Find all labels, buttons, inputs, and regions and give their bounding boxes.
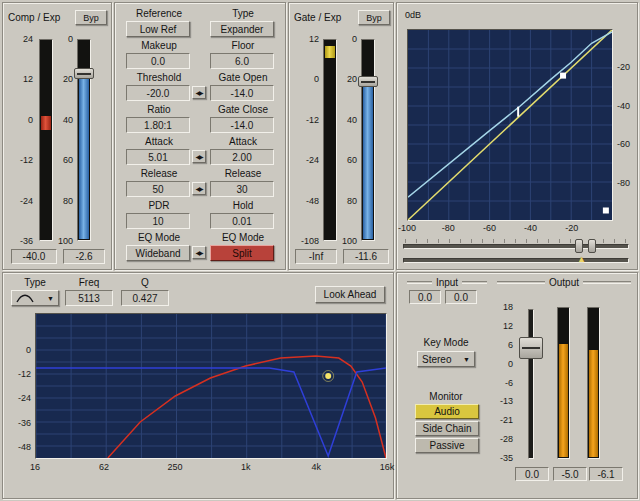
axis-tick-label: -48 bbox=[5, 442, 31, 451]
scale-label: 0 bbox=[352, 35, 357, 44]
hold-value[interactable]: 0.01 bbox=[210, 213, 274, 229]
gate-readout-right[interactable]: -11.6 bbox=[343, 249, 389, 264]
threshold-link-button[interactable]: ◀▶ bbox=[192, 86, 206, 99]
marker-slider[interactable]: ▲ bbox=[403, 257, 629, 266]
axis-tick-label: 16k bbox=[380, 463, 395, 472]
output-meter-readout-right[interactable]: -6.1 bbox=[589, 467, 623, 481]
scale-label: -12 bbox=[20, 156, 33, 165]
gate-panel-title: Gate / Exp bbox=[294, 12, 341, 23]
eq-mode-wideband-button[interactable]: Wideband bbox=[126, 245, 190, 261]
scale-label: -13 bbox=[500, 397, 513, 406]
axis-tick-label: -80 bbox=[442, 224, 455, 233]
gate-open-value[interactable]: -14.0 bbox=[210, 85, 274, 101]
comp-readout-left[interactable]: -40.0 bbox=[11, 249, 57, 264]
eq-mode-link-button[interactable]: ◀▶ bbox=[192, 246, 206, 259]
freq-value[interactable]: 5113 bbox=[65, 290, 113, 306]
output-fader-track[interactable] bbox=[528, 309, 534, 459]
key-mode-value: Stereo bbox=[422, 354, 451, 365]
scale-label: 20 bbox=[63, 75, 73, 84]
scale-label: -24 bbox=[306, 156, 319, 165]
scale-label: 100 bbox=[58, 237, 73, 246]
comp-attack-label: Attack bbox=[117, 136, 201, 147]
axis-tick-label: -40 bbox=[524, 224, 537, 233]
type-label: Type bbox=[201, 8, 285, 19]
scale-label: -35 bbox=[500, 454, 513, 463]
pdr-value[interactable]: 10 bbox=[126, 213, 190, 229]
output-fader-handle[interactable] bbox=[519, 337, 543, 359]
look-ahead-button[interactable]: Look Ahead bbox=[315, 286, 385, 303]
scale-label: 20 bbox=[347, 75, 357, 84]
makeup-label: Makeup bbox=[117, 40, 201, 51]
axis-tick-label: 1k bbox=[241, 463, 251, 472]
filter-type-dropdown[interactable]: ▼ bbox=[11, 290, 59, 306]
gate-attack-value[interactable]: 2.00 bbox=[210, 149, 274, 165]
output-meter-left bbox=[557, 307, 570, 459]
threshold-label: Threshold bbox=[117, 72, 201, 83]
scale-label: 18 bbox=[503, 303, 513, 312]
gate-threshold-fader[interactable] bbox=[361, 39, 375, 241]
axis-tick-label: -40 bbox=[617, 101, 635, 110]
q-value[interactable]: 0.427 bbox=[121, 290, 169, 306]
scale-label: 24 bbox=[23, 35, 33, 44]
scale-label: 80 bbox=[63, 197, 73, 206]
scale-label: 60 bbox=[347, 156, 357, 165]
output-legend-text: Output bbox=[549, 277, 579, 288]
range-slider[interactable] bbox=[403, 239, 629, 253]
expander-button[interactable]: Expander bbox=[210, 21, 274, 37]
axis-tick-label: -80 bbox=[617, 178, 635, 187]
transfer-x-axis: -100-80-60-40-20 bbox=[407, 223, 613, 233]
eq-mode-split-button[interactable]: Split bbox=[210, 245, 274, 261]
output-meter-readout-left[interactable]: -5.0 bbox=[553, 467, 587, 481]
threshold-value[interactable]: -20.0 bbox=[126, 85, 190, 101]
makeup-value[interactable]: 0.0 bbox=[126, 53, 190, 69]
comp-readout-right[interactable]: -2.6 bbox=[63, 249, 105, 264]
attack-link-button[interactable]: ◀▶ bbox=[192, 150, 206, 163]
eq-graph[interactable] bbox=[35, 313, 387, 459]
comp-fader-handle[interactable] bbox=[74, 68, 94, 79]
scale-label: -12 bbox=[306, 116, 319, 125]
gate-fader-handle[interactable] bbox=[358, 76, 378, 87]
input-value-right[interactable]: 0.0 bbox=[445, 290, 477, 304]
scale-label: 60 bbox=[63, 156, 73, 165]
axis-tick-label: 0 bbox=[5, 345, 31, 354]
key-mode-label: Key Mode bbox=[403, 337, 489, 348]
monitor-side-chain-button[interactable]: Side Chain bbox=[415, 421, 479, 436]
marker-slider-track[interactable] bbox=[403, 258, 629, 263]
gate-close-value[interactable]: -14.0 bbox=[210, 117, 274, 133]
c1-dynamics-plugin-window: Comp / Exp Byp 24120-12-24-36 0204060801… bbox=[0, 0, 640, 501]
range-handle-right[interactable] bbox=[588, 239, 596, 253]
release-link-button[interactable]: ◀▶ bbox=[192, 182, 206, 195]
comp-bypass-button[interactable]: Byp bbox=[75, 10, 107, 25]
input-value-left[interactable]: 0.0 bbox=[409, 290, 441, 304]
output-gain-readout[interactable]: 0.0 bbox=[515, 467, 549, 481]
eq-plot[interactable] bbox=[36, 314, 386, 458]
axis-tick-label: -60 bbox=[617, 140, 635, 149]
input-group-legend: Input bbox=[407, 277, 487, 288]
monitor-passive-button[interactable]: Passive bbox=[415, 438, 479, 453]
comp-panel-title: Comp / Exp bbox=[8, 12, 60, 23]
low-ref-button[interactable]: Low Ref bbox=[126, 21, 190, 37]
comp-release-value[interactable]: 50 bbox=[126, 181, 190, 197]
scale-label: 12 bbox=[309, 35, 319, 44]
floor-value[interactable]: 6.0 bbox=[210, 53, 274, 69]
key-mode-dropdown[interactable]: Stereo ▼ bbox=[417, 351, 475, 367]
gate-release-value[interactable]: 30 bbox=[210, 181, 274, 197]
monitor-audio-button[interactable]: Audio bbox=[415, 404, 479, 419]
comp-db-scale: 24120-12-24-36 bbox=[7, 35, 33, 246]
gate-bypass-button[interactable]: Byp bbox=[358, 10, 390, 25]
scale-label: 80 bbox=[347, 197, 357, 206]
ratio-value[interactable]: 1.80:1 bbox=[126, 117, 190, 133]
sidechain-eq-panel: Type ▼ Freq 5113 Q 0.427 Look Ahead 0-12… bbox=[2, 272, 394, 499]
range-handle-left[interactable] bbox=[575, 239, 583, 253]
scale-label: 0 bbox=[68, 35, 73, 44]
axis-tick-label: -24 bbox=[5, 394, 31, 403]
comp-attack-value[interactable]: 5.01 bbox=[126, 149, 190, 165]
gate-release-label: Release bbox=[201, 168, 285, 179]
control-row: Threshold Gate Open -20.0 ◀▶ -14.0 bbox=[115, 71, 285, 103]
control-row: PDR Hold 10 0.01 bbox=[115, 199, 285, 231]
axis-tick-label: 250 bbox=[168, 463, 183, 472]
triangle-marker-handle[interactable]: ▲ bbox=[577, 255, 586, 264]
scale-label: 0 bbox=[28, 116, 33, 125]
scale-label: -108 bbox=[301, 237, 319, 246]
gate-readout-left[interactable]: -Inf bbox=[295, 249, 337, 264]
